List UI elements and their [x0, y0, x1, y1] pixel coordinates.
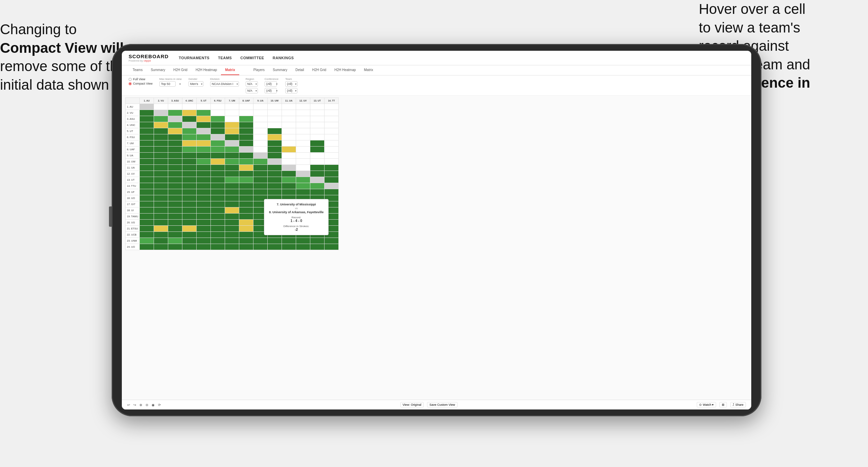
matrix-cell[interactable] [253, 116, 268, 122]
matrix-cell[interactable] [310, 110, 325, 116]
matrix-cell[interactable] [310, 140, 325, 147]
matrix-cell[interactable] [310, 104, 325, 110]
matrix-cell[interactable] [296, 147, 310, 153]
max-teams-select[interactable]: Top 50 [159, 81, 176, 87]
matrix-cell[interactable] [296, 153, 310, 159]
tool-icon-2[interactable]: ⊖ [146, 403, 148, 407]
matrix-cell[interactable] [197, 220, 211, 226]
matrix-cell[interactable] [282, 159, 296, 165]
matrix-cell[interactable] [154, 220, 168, 226]
matrix-cell[interactable] [197, 147, 211, 153]
matrix-cell[interactable] [310, 128, 325, 134]
matrix-cell[interactable] [253, 238, 268, 244]
matrix-cell[interactable] [182, 207, 197, 214]
matrix-cell[interactable] [140, 207, 154, 214]
matrix-cell[interactable] [239, 238, 253, 244]
matrix-cell[interactable] [310, 122, 325, 128]
screen-button[interactable]: ⊞ [719, 402, 727, 407]
matrix-cell[interactable] [211, 110, 225, 116]
matrix-cell[interactable] [211, 159, 225, 165]
sub-nav-detail[interactable]: Detail [291, 65, 308, 75]
matrix-cell[interactable] [310, 147, 325, 153]
matrix-cell[interactable] [182, 214, 197, 220]
matrix-cell[interactable] [182, 171, 197, 177]
matrix-cell[interactable] [325, 128, 339, 134]
matrix-cell[interactable] [197, 189, 211, 195]
redo-icon[interactable]: ↪ [133, 403, 136, 407]
matrix-cell[interactable] [225, 140, 239, 147]
matrix-cell[interactable] [154, 159, 168, 165]
matrix-cell[interactable] [154, 177, 168, 183]
matrix-cell[interactable] [211, 195, 225, 201]
matrix-cell[interactable] [211, 183, 225, 189]
matrix-cell[interactable] [211, 177, 225, 183]
matrix-cell[interactable] [168, 147, 182, 153]
matrix-cell[interactable] [310, 189, 325, 195]
matrix-cell[interactable] [168, 177, 182, 183]
share-button[interactable]: ⤴ Share [730, 402, 746, 407]
matrix-cell[interactable] [325, 104, 339, 110]
matrix-cell[interactable] [211, 201, 225, 207]
matrix-cell[interactable] [282, 244, 296, 250]
matrix-cell[interactable] [239, 159, 253, 165]
matrix-cell[interactable] [325, 244, 339, 250]
region-select2[interactable]: N/A [246, 88, 258, 93]
matrix-cell[interactable] [197, 207, 211, 214]
nav-teams[interactable]: TEAMS [218, 56, 232, 60]
matrix-cell[interactable] [154, 165, 168, 171]
matrix-cell[interactable] [225, 153, 239, 159]
matrix-cell[interactable] [239, 128, 253, 134]
matrix-cell[interactable] [239, 140, 253, 147]
matrix-cell[interactable] [268, 159, 282, 165]
matrix-cell[interactable] [140, 153, 154, 159]
matrix-cell[interactable] [325, 183, 339, 189]
matrix-cell[interactable] [268, 238, 282, 244]
matrix-cell[interactable] [182, 189, 197, 195]
matrix-cell[interactable] [239, 226, 253, 232]
matrix-cell[interactable] [140, 165, 154, 171]
matrix-cell[interactable] [168, 189, 182, 195]
matrix-cell[interactable] [154, 232, 168, 238]
full-view-radio[interactable] [129, 78, 132, 81]
matrix-cell[interactable] [140, 183, 154, 189]
matrix-cell[interactable] [268, 183, 282, 189]
matrix-cell[interactable] [225, 189, 239, 195]
matrix-cell[interactable] [182, 122, 197, 128]
matrix-cell[interactable] [197, 134, 211, 140]
matrix-cell[interactable] [268, 244, 282, 250]
tool-icon-3[interactable]: ◉ [152, 403, 155, 407]
matrix-cell[interactable] [211, 238, 225, 244]
matrix-cell[interactable] [168, 104, 182, 110]
matrix-cell[interactable] [239, 122, 253, 128]
matrix-cell[interactable] [296, 140, 310, 147]
matrix-cell[interactable] [140, 244, 154, 250]
sub-nav-players-matrix[interactable]: Matrix [360, 65, 377, 75]
matrix-cell[interactable] [197, 201, 211, 207]
matrix-cell[interactable] [140, 226, 154, 232]
matrix-cell[interactable] [239, 134, 253, 140]
matrix-cell[interactable] [296, 159, 310, 165]
sub-nav-teams[interactable]: Teams [129, 65, 147, 75]
matrix-cell[interactable] [140, 147, 154, 153]
matrix-cell[interactable] [239, 232, 253, 238]
matrix-cell[interactable] [296, 116, 310, 122]
matrix-cell[interactable] [182, 116, 197, 122]
matrix-cell[interactable] [225, 122, 239, 128]
matrix-cell[interactable] [182, 165, 197, 171]
matrix-cell[interactable] [239, 214, 253, 220]
matrix-cell[interactable] [211, 171, 225, 177]
nav-tournaments[interactable]: TOURNAMENTS [179, 56, 209, 60]
matrix-cell[interactable] [282, 153, 296, 159]
nav-rankings[interactable]: RANKINGS [273, 56, 294, 60]
matrix-cell[interactable] [325, 122, 339, 128]
matrix-cell[interactable] [140, 159, 154, 165]
matrix-cell[interactable] [239, 189, 253, 195]
matrix-cell[interactable] [197, 195, 211, 201]
matrix-cell[interactable] [211, 153, 225, 159]
sub-nav-players-h2h-grid[interactable]: H2H Grid [308, 65, 330, 75]
matrix-cell[interactable] [225, 177, 239, 183]
matrix-cell[interactable] [211, 116, 225, 122]
undo-icon[interactable]: ↩ [127, 403, 130, 407]
matrix-cell[interactable] [253, 128, 268, 134]
compact-view-option[interactable]: Compact View [129, 82, 153, 85]
